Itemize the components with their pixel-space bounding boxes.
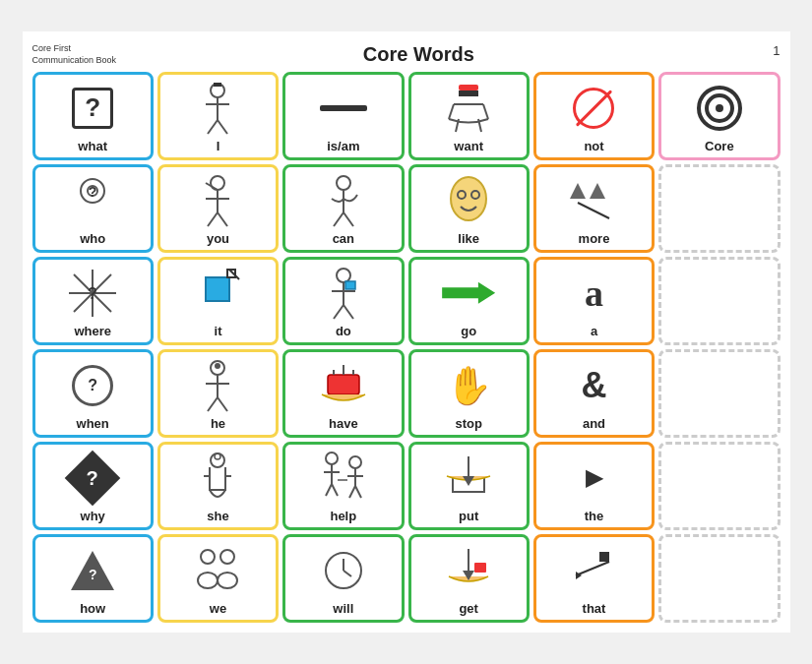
icon-what: ? xyxy=(39,79,147,137)
label-he: he xyxy=(211,416,225,431)
label-more: more xyxy=(579,231,610,246)
cell-when[interactable]: ?when xyxy=(32,349,154,438)
icon-will xyxy=(289,541,397,599)
cell-empty1[interactable] xyxy=(658,164,780,253)
icon-empty3 xyxy=(665,356,773,431)
label-can: can xyxy=(333,231,354,246)
cell-can[interactable]: can xyxy=(282,164,404,253)
svg-line-69 xyxy=(355,486,361,498)
page: Core First Communication Book Core Words… xyxy=(23,31,790,633)
svg-line-25 xyxy=(344,212,353,226)
icon-more xyxy=(540,171,648,229)
svg-point-26 xyxy=(451,177,486,220)
cell-do[interactable]: do xyxy=(282,257,404,345)
cell-he[interactable]: he xyxy=(157,349,279,438)
svg-line-43 xyxy=(334,305,344,319)
icon-I xyxy=(164,79,272,137)
svg-line-79 xyxy=(344,571,351,576)
cell-go[interactable]: go xyxy=(408,257,530,345)
icon-it xyxy=(164,264,272,322)
svg-line-84 xyxy=(576,562,609,575)
cell-where[interactable]: ? where xyxy=(32,257,154,345)
label-what: what xyxy=(78,139,107,153)
icon-we xyxy=(164,541,272,599)
svg-rect-37 xyxy=(206,277,229,301)
cell-have[interactable]: have xyxy=(282,349,404,438)
cell-not[interactable]: not xyxy=(533,72,655,160)
cell-and[interactable]: &and xyxy=(533,349,655,438)
cell-who[interactable]: ? who xyxy=(32,164,154,253)
icon-do xyxy=(289,264,397,322)
svg-line-24 xyxy=(334,212,344,226)
cell-the[interactable]: ▶the xyxy=(533,442,655,530)
svg-line-4 xyxy=(218,120,227,134)
cell-a[interactable]: aa xyxy=(533,257,655,345)
svg-line-10 xyxy=(483,104,488,119)
svg-line-20 xyxy=(218,212,227,226)
cell-help[interactable]: help xyxy=(282,442,404,530)
page-title: Core Words xyxy=(116,43,720,66)
brand-line1: Core First xyxy=(32,43,117,55)
svg-point-51 xyxy=(215,363,220,369)
label-like: like xyxy=(458,231,479,246)
cell-that[interactable]: that xyxy=(533,534,655,623)
cell-empty3[interactable] xyxy=(658,349,780,438)
icon-get xyxy=(415,541,523,599)
label-the: the xyxy=(585,509,604,523)
icon-can xyxy=(289,171,397,229)
svg-rect-45 xyxy=(345,281,355,289)
label-not: not xyxy=(584,139,603,153)
svg-line-49 xyxy=(208,397,218,411)
icon-the: ▶ xyxy=(540,449,648,507)
svg-line-68 xyxy=(349,486,355,498)
cell-core[interactable]: Core xyxy=(658,72,780,160)
cell-we[interactable]: we xyxy=(157,534,279,623)
cell-you[interactable]: you xyxy=(157,164,279,253)
icon-she xyxy=(164,449,272,507)
label-core: Core xyxy=(705,139,734,153)
cell-she[interactable]: she xyxy=(157,442,279,530)
icon-not xyxy=(540,79,648,137)
icon-when: ? xyxy=(39,356,147,414)
label-put: put xyxy=(459,509,478,523)
cell-it[interactable]: it xyxy=(157,257,279,345)
cell-like[interactable]: like xyxy=(408,164,530,253)
cell-why[interactable]: ? why xyxy=(32,442,154,530)
label-I: I xyxy=(217,139,220,153)
svg-line-63 xyxy=(326,484,332,496)
cell-will[interactable]: will xyxy=(282,534,404,623)
cell-more[interactable]: more xyxy=(533,164,655,253)
label-do: do xyxy=(336,324,351,338)
cell-want[interactable]: want xyxy=(408,72,530,160)
icon-who: ? xyxy=(39,171,147,229)
svg-point-75 xyxy=(198,573,218,588)
cell-put[interactable]: put xyxy=(408,442,530,530)
svg-point-76 xyxy=(218,573,237,588)
icon-want xyxy=(415,79,523,137)
cell-get[interactable]: get xyxy=(408,534,530,623)
cell-how[interactable]: ? how xyxy=(32,534,154,623)
cell-isam[interactable]: is/am xyxy=(282,72,404,160)
cell-what[interactable]: ?what xyxy=(32,72,154,160)
cell-stop[interactable]: ✋stop xyxy=(408,349,530,438)
cell-empty2[interactable] xyxy=(658,257,780,345)
icon-empty4 xyxy=(665,449,773,523)
svg-rect-6 xyxy=(459,85,478,91)
label-we: we xyxy=(210,601,226,616)
svg-marker-29 xyxy=(570,183,586,199)
label-isam: is/am xyxy=(327,139,359,153)
label-will: will xyxy=(333,601,353,616)
svg-rect-80 xyxy=(474,563,486,573)
label-help: help xyxy=(330,509,356,523)
label-get: get xyxy=(459,601,478,616)
label-go: go xyxy=(461,324,476,338)
svg-point-65 xyxy=(349,456,361,468)
cell-I[interactable]: I xyxy=(157,72,279,160)
cell-empty5[interactable] xyxy=(658,534,780,623)
icon-stop: ✋ xyxy=(415,356,523,414)
label-want: want xyxy=(454,139,483,153)
cell-empty4[interactable] xyxy=(658,442,780,530)
svg-rect-83 xyxy=(599,552,609,562)
svg-line-44 xyxy=(344,305,353,319)
svg-marker-30 xyxy=(590,183,605,199)
